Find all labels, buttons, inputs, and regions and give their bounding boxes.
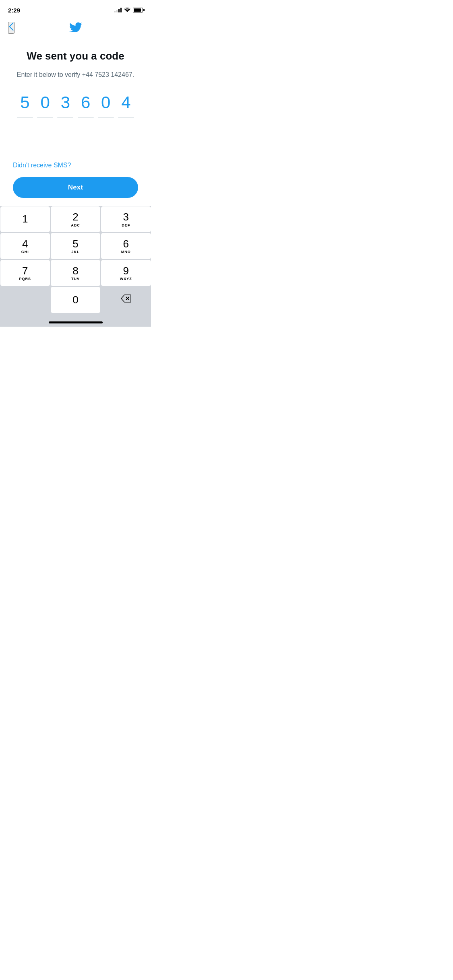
- key-2[interactable]: 2 ABC: [51, 206, 100, 233]
- key-4-letters: GHI: [21, 250, 29, 254]
- key-6-number: 6: [123, 238, 129, 250]
- key-8-letters: TUV: [71, 277, 80, 281]
- key-8[interactable]: 8 TUV: [51, 260, 100, 286]
- nav-header: [0, 18, 151, 38]
- resend-sms-link[interactable]: Didn't receive SMS?: [13, 162, 138, 169]
- code-digit-6: 4: [118, 94, 134, 111]
- key-3-letters: DEF: [122, 223, 130, 227]
- key-9[interactable]: 9 WXYZ: [101, 260, 151, 286]
- code-display: 5 0 3 6 0 4: [13, 94, 138, 111]
- page-subtitle: Enter it below to verify +44 7523 142467…: [13, 70, 138, 79]
- code-digit-3: 3: [57, 94, 73, 111]
- code-underline-3: [57, 117, 73, 118]
- key-7[interactable]: 7 PQRS: [0, 260, 50, 286]
- battery-icon: [133, 8, 143, 12]
- key-6[interactable]: 6 MNO: [101, 233, 151, 259]
- twitter-logo-icon: [69, 21, 82, 35]
- next-button[interactable]: Next: [13, 177, 138, 198]
- status-icons: [114, 7, 143, 13]
- code-digit-2: 0: [37, 94, 53, 111]
- key-7-number: 7: [22, 265, 28, 277]
- key-1-number: 1: [22, 213, 28, 225]
- key-1[interactable]: 1: [0, 206, 50, 233]
- key-5-letters: JKL: [71, 250, 79, 254]
- code-underline-4: [78, 117, 94, 118]
- code-underline-5: [98, 117, 114, 118]
- key-2-letters: ABC: [71, 223, 80, 227]
- signal-icon: [114, 8, 122, 12]
- code-underline-6: [118, 117, 134, 118]
- status-time: 2:29: [8, 7, 20, 14]
- main-content: We sent you a code Enter it below to ver…: [0, 38, 151, 118]
- key-3[interactable]: 3 DEF: [101, 206, 151, 233]
- code-underlines: [13, 117, 138, 118]
- key-5-number: 5: [72, 238, 78, 250]
- code-digit-5: 0: [98, 94, 114, 111]
- key-6-letters: MNO: [121, 250, 131, 254]
- key-0[interactable]: 0: [51, 287, 100, 313]
- delete-icon: [121, 294, 131, 305]
- key-3-number: 3: [123, 211, 129, 223]
- bottom-section: Didn't receive SMS? Next: [0, 162, 151, 198]
- key-2-number: 2: [72, 211, 78, 223]
- back-button[interactable]: [8, 22, 14, 34]
- key-9-number: 9: [123, 265, 129, 277]
- key-4[interactable]: 4 GHI: [0, 233, 50, 259]
- code-underline-2: [37, 117, 53, 118]
- key-8-number: 8: [72, 265, 78, 277]
- key-5[interactable]: 5 JKL: [51, 233, 100, 259]
- home-indicator: [49, 321, 103, 323]
- code-digit-4: 6: [78, 94, 94, 111]
- code-digit-1: 5: [17, 94, 33, 111]
- wifi-icon: [124, 7, 130, 13]
- key-empty: [0, 287, 50, 313]
- code-underline-1: [17, 117, 33, 118]
- status-bar: 2:29: [0, 0, 151, 18]
- page-title: We sent you a code: [13, 50, 138, 62]
- numeric-keyboard: 1 2 ABC 3 DEF 4 GHI 5 JKL 6 MNO 7 PQRS 8…: [0, 206, 151, 327]
- key-0-number: 0: [72, 294, 78, 306]
- key-4-number: 4: [22, 238, 28, 250]
- key-9-letters: WXYZ: [120, 277, 132, 281]
- key-delete[interactable]: [101, 287, 151, 313]
- key-7-letters: PQRS: [19, 277, 31, 281]
